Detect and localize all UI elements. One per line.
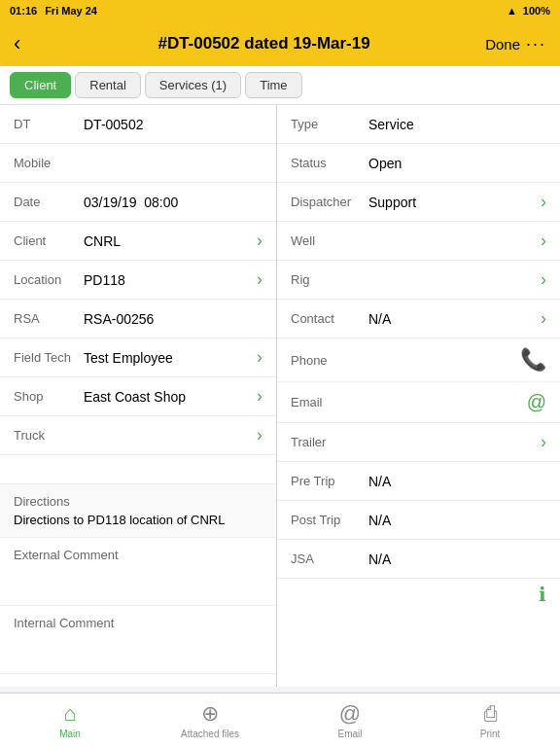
field-rsa: RSA RSA-00256 <box>0 300 276 338</box>
header: ‹ #DT-00502 dated 19-Mar-19 Done ··· <box>0 21 560 66</box>
home-icon: ⌂ <box>63 701 76 727</box>
tab-client[interactable]: Client <box>10 72 71 98</box>
left-panel: DT DT-00502 Mobile Date 03/19/19 08:00 C… <box>0 105 277 687</box>
tab-bar: Client Rental Services (1) Time <box>0 66 560 105</box>
field-status: Status Open <box>277 144 560 183</box>
nav-print[interactable]: ⎙ Print <box>420 701 560 739</box>
info-icon-row: ℹ <box>277 579 560 610</box>
field-email[interactable]: Email @ <box>277 382 560 423</box>
field-phone[interactable]: Phone 📞 <box>277 338 560 382</box>
more-options-button[interactable]: ··· <box>526 34 546 54</box>
chevron-icon: › <box>257 347 262 368</box>
wifi-icon: ▲ <box>507 5 517 17</box>
directions-section: Directions Directions to PD118 location … <box>0 484 276 538</box>
nav-attached-label: Attached files <box>181 729 239 739</box>
email-icon[interactable]: @ <box>527 391 546 413</box>
nav-print-label: Print <box>480 729 501 739</box>
chevron-icon: › <box>257 425 262 445</box>
header-title: #DT-00502 dated 19-Mar-19 <box>43 34 485 53</box>
chevron-icon: › <box>257 231 262 251</box>
field-field-tech[interactable]: Field Tech Test Employee › <box>0 338 276 377</box>
field-client[interactable]: Client CNRL › <box>0 222 276 261</box>
field-type: Type Service <box>277 105 560 144</box>
field-dispatcher[interactable]: Dispatcher Support › <box>277 183 560 222</box>
nav-main[interactable]: ⌂ Main <box>0 701 140 739</box>
field-truck[interactable]: Truck › <box>0 416 276 455</box>
status-bar-right: ▲ 100% <box>507 5 550 17</box>
field-dt: DT DT-00502 <box>0 105 276 144</box>
chevron-icon: › <box>541 269 546 290</box>
attach-icon: ⊕ <box>201 701 219 727</box>
field-well[interactable]: Well › <box>277 222 560 261</box>
field-contact[interactable]: Contact N/A › <box>277 300 560 338</box>
status-day: Fri May 24 <box>45 5 97 17</box>
internal-comment-section: Internal Comment <box>0 606 276 674</box>
chevron-icon: › <box>257 386 262 407</box>
status-bar-left: 01:16 Fri May 24 <box>10 5 97 17</box>
chevron-icon: › <box>541 231 546 251</box>
field-date: Date 03/19/19 08:00 <box>0 183 276 222</box>
tab-rental[interactable]: Rental <box>75 72 141 98</box>
content-area: DT DT-00502 Mobile Date 03/19/19 08:00 C… <box>0 105 560 687</box>
chevron-icon: › <box>541 432 546 452</box>
status-time: 01:16 <box>10 5 37 17</box>
done-button[interactable]: Done ··· <box>485 34 546 54</box>
field-rig[interactable]: Rig › <box>277 261 560 300</box>
field-mobile: Mobile <box>0 144 276 183</box>
print-icon: ⎙ <box>484 701 497 727</box>
field-post-trip: Post Trip N/A <box>277 501 560 540</box>
battery-status: 100% <box>523 5 550 17</box>
tab-services[interactable]: Services (1) <box>145 72 241 98</box>
nav-main-label: Main <box>59 729 81 739</box>
field-trailer[interactable]: Trailer › <box>277 423 560 462</box>
chevron-icon: › <box>541 192 546 212</box>
nav-attached-files[interactable]: ⊕ Attached files <box>140 701 280 739</box>
field-shop[interactable]: Shop East Coast Shop › <box>0 377 276 416</box>
chevron-icon: › <box>257 269 262 290</box>
status-bar: 01:16 Fri May 24 ▲ 100% <box>0 0 560 21</box>
field-location[interactable]: Location PD118 › <box>0 261 276 300</box>
nav-email[interactable]: @ Email <box>280 701 420 739</box>
phone-icon[interactable]: 📞 <box>520 347 546 373</box>
empty-spacer <box>0 455 276 484</box>
back-button[interactable]: ‹ <box>14 31 43 56</box>
nav-email-label: Email <box>337 729 362 739</box>
field-jsa: JSA N/A <box>277 540 560 579</box>
right-panel: Type Service Status Open Dispatcher Supp… <box>277 105 560 687</box>
bottom-nav: ⌂ Main ⊕ Attached files @ Email ⎙ Print <box>0 693 560 747</box>
field-pre-trip: Pre Trip N/A <box>277 462 560 501</box>
tab-time[interactable]: Time <box>245 72 301 98</box>
at-icon: @ <box>339 701 361 727</box>
external-comment-section: External Comment <box>0 538 276 606</box>
info-icon[interactable]: ℹ <box>539 583 546 606</box>
chevron-icon: › <box>541 308 546 329</box>
